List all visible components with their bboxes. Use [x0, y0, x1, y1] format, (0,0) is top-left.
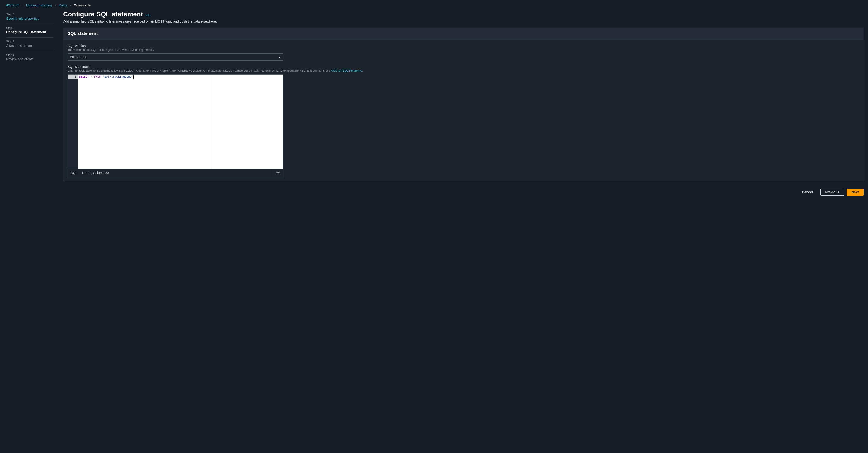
svg-point-0	[277, 172, 278, 173]
sql-code-editor[interactable]: 1 SELECT * FROM 'iot/trackingdemo'	[68, 74, 283, 169]
editor-language-label: SQL	[71, 171, 77, 175]
wizard-step-title: Specify rule properties	[6, 17, 54, 21]
code-space	[101, 75, 103, 79]
panel-title: SQL statement	[68, 31, 860, 36]
main-content: Configure SQL statement Info Add a simpl…	[63, 10, 864, 196]
info-link[interactable]: Info	[145, 13, 151, 17]
editor-status-bar: SQL Line 1, Column 33	[68, 169, 283, 177]
sql-statement-hint-suffix: .	[362, 69, 363, 73]
editor-cursor-position: Line 1, Column 33	[82, 171, 109, 175]
page-subtitle: Add a simplified SQL syntax to filter me…	[63, 20, 864, 23]
page-title: Configure SQL statement	[63, 10, 143, 18]
wizard-step-title: Review and create	[6, 57, 54, 61]
breadcrumb-aws-iot[interactable]: AWS IoT	[6, 3, 19, 7]
breadcrumb-message-routing[interactable]: Message Routing	[26, 3, 52, 7]
wizard-step-4[interactable]: Step 4 Review and create	[6, 51, 54, 64]
sql-statement-panel: SQL statement SQL version The version of…	[63, 28, 864, 181]
wizard-step-title: Configure SQL statement	[6, 30, 54, 34]
sql-statement-field: SQL statement Enter an SQL statement usi…	[68, 65, 860, 177]
code-string-topic: 'iot/trackingdemo'	[103, 75, 133, 79]
code-keyword-from: FROM	[94, 75, 101, 79]
wizard-step-1[interactable]: Step 1 Specify rule properties	[6, 10, 54, 24]
wizard-step-number: Step 4	[6, 53, 54, 57]
sql-version-field: SQL version The version of the SQL rules…	[68, 44, 860, 60]
sql-statement-label: SQL statement	[68, 65, 860, 68]
sql-version-label: SQL version	[68, 44, 860, 48]
wizard-step-number: Step 2	[6, 26, 54, 30]
resize-handle-icon[interactable]	[279, 166, 282, 168]
editor-gutter: 1	[68, 75, 78, 169]
previous-button[interactable]: Previous	[820, 189, 844, 196]
cancel-button[interactable]: Cancel	[797, 189, 818, 196]
editor-settings-button[interactable]	[275, 170, 281, 176]
wizard-step-title: Attach rule actions	[6, 44, 54, 48]
chevron-right-icon: ›	[22, 3, 23, 7]
sql-version-select[interactable]: 2016-03-23	[68, 53, 283, 60]
chevron-right-icon: ›	[70, 3, 71, 7]
code-star: *	[89, 75, 94, 79]
sql-statement-hint-text: Enter an SQL statement using the followi…	[68, 69, 331, 73]
wizard-step-2[interactable]: Step 2 Configure SQL statement	[6, 24, 54, 37]
wizard-step-3[interactable]: Step 3 Attach rule actions	[6, 37, 54, 51]
code-keyword-select: SELECT	[79, 75, 89, 79]
page-header: Configure SQL statement Info Add a simpl…	[63, 10, 864, 23]
wizard-steps-sidebar: Step 1 Specify rule properties Step 2 Co…	[6, 10, 54, 64]
sql-reference-link[interactable]: AWS IoT SQL Reference	[331, 69, 362, 73]
editor-ruler	[211, 75, 211, 169]
breadcrumb-current: Create rule	[74, 3, 91, 7]
chevron-right-icon: ›	[55, 3, 56, 7]
sql-statement-hint: Enter an SQL statement using the followi…	[68, 69, 860, 73]
gear-icon	[276, 171, 280, 175]
footer-actions: Cancel Previous Next	[63, 189, 864, 196]
panel-header: SQL statement	[63, 28, 864, 40]
wizard-step-number: Step 3	[6, 40, 54, 43]
sql-version-hint: The version of the SQL rules engine to u…	[68, 48, 860, 52]
wizard-step-number: Step 1	[6, 13, 54, 16]
breadcrumb-rules[interactable]: Rules	[59, 3, 67, 7]
line-number: 1	[68, 75, 78, 79]
breadcrumb: AWS IoT › Message Routing › Rules › Crea…	[0, 0, 868, 9]
next-button[interactable]: Next	[847, 189, 864, 196]
editor-code-area[interactable]: SELECT * FROM 'iot/trackingdemo'	[78, 75, 283, 169]
